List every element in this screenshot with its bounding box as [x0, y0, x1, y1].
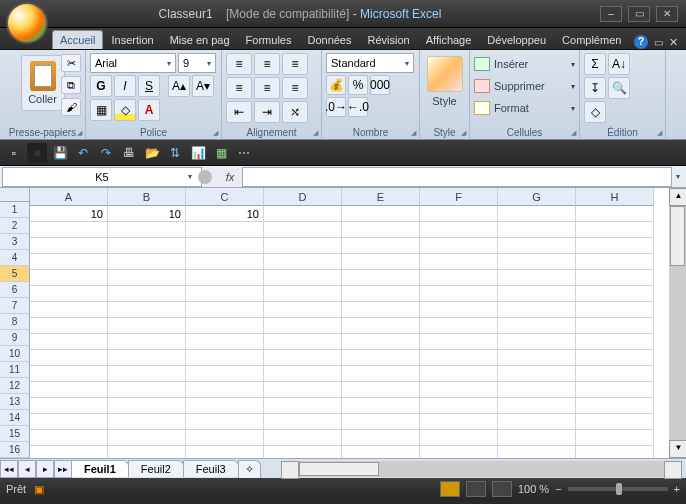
horizontal-scrollbar[interactable]	[281, 461, 682, 477]
cell-H5[interactable]	[576, 270, 654, 286]
cell-E4[interactable]	[342, 254, 420, 270]
cell-C12[interactable]	[186, 382, 264, 398]
minimize-button[interactable]: –	[600, 6, 622, 22]
cell-H6[interactable]	[576, 286, 654, 302]
qat-redo-icon[interactable]: ↷	[96, 143, 116, 163]
cell-F16[interactable]	[420, 446, 498, 458]
macro-record-icon[interactable]: ▣	[34, 483, 44, 496]
cell-C1[interactable]: 10	[186, 206, 264, 222]
formula-expand-icon[interactable]: ▾	[676, 172, 686, 181]
cell-D1[interactable]	[264, 206, 342, 222]
sheet-nav-prev[interactable]: ◂	[18, 460, 36, 478]
cell-B9[interactable]	[108, 334, 186, 350]
wrap-merge-button[interactable]: ⤭	[282, 101, 308, 123]
cell-A10[interactable]	[30, 350, 108, 366]
cell-C3[interactable]	[186, 238, 264, 254]
cell-E6[interactable]	[342, 286, 420, 302]
view-normal-button[interactable]	[440, 481, 460, 497]
cell-H9[interactable]	[576, 334, 654, 350]
col-header-G[interactable]: G	[498, 188, 576, 206]
cell-G6[interactable]	[498, 286, 576, 302]
align-center-button[interactable]: ≡	[254, 77, 280, 99]
qat-chart-icon[interactable]: 📊	[188, 143, 208, 163]
cell-E10[interactable]	[342, 350, 420, 366]
cell-C7[interactable]	[186, 302, 264, 318]
sort-filter-button[interactable]: A↓	[608, 53, 630, 75]
cell-E11[interactable]	[342, 366, 420, 382]
cell-F7[interactable]	[420, 302, 498, 318]
cell-H16[interactable]	[576, 446, 654, 458]
cell-B11[interactable]	[108, 366, 186, 382]
percent-button[interactable]: %	[348, 75, 368, 95]
qat-save-icon[interactable]: 💾	[50, 143, 70, 163]
cell-styles-button[interactable]	[427, 56, 463, 92]
align-right-button[interactable]: ≡	[282, 77, 308, 99]
cell-E1[interactable]	[342, 206, 420, 222]
cell-D7[interactable]	[264, 302, 342, 318]
row-header-13[interactable]: 13	[0, 394, 30, 410]
cell-C6[interactable]	[186, 286, 264, 302]
cell-H13[interactable]	[576, 398, 654, 414]
tab-revision[interactable]: Révision	[360, 30, 418, 49]
cell-D6[interactable]	[264, 286, 342, 302]
increase-decimal-button[interactable]: .0→	[326, 97, 346, 117]
cell-C2[interactable]	[186, 222, 264, 238]
cell-B4[interactable]	[108, 254, 186, 270]
cell-B5[interactable]	[108, 270, 186, 286]
comma-button[interactable]: 000	[370, 75, 390, 95]
tab-insertion[interactable]: Insertion	[103, 30, 161, 49]
cell-B6[interactable]	[108, 286, 186, 302]
font-size-combo[interactable]: 9▾	[178, 53, 216, 73]
tab-developpeur[interactable]: Développeu	[479, 30, 554, 49]
cell-B2[interactable]	[108, 222, 186, 238]
font-color-button[interactable]: A	[138, 99, 160, 121]
col-header-F[interactable]: F	[420, 188, 498, 206]
col-header-B[interactable]: B	[108, 188, 186, 206]
col-header-A[interactable]: A	[30, 188, 108, 206]
cell-D9[interactable]	[264, 334, 342, 350]
tab-complements[interactable]: Complémen	[554, 30, 629, 49]
align-bottom-button[interactable]: ≡	[282, 53, 308, 75]
cell-E14[interactable]	[342, 414, 420, 430]
cell-C10[interactable]	[186, 350, 264, 366]
cell-E5[interactable]	[342, 270, 420, 286]
cell-C8[interactable]	[186, 318, 264, 334]
cell-C15[interactable]	[186, 430, 264, 446]
cell-D3[interactable]	[264, 238, 342, 254]
cell-D15[interactable]	[264, 430, 342, 446]
cell-G5[interactable]	[498, 270, 576, 286]
cell-G10[interactable]	[498, 350, 576, 366]
shrink-font-button[interactable]: A▾	[192, 75, 214, 97]
col-header-H[interactable]: H	[576, 188, 654, 206]
new-sheet-button[interactable]: ✧	[238, 460, 261, 478]
bold-button[interactable]: G	[90, 75, 112, 97]
cell-F11[interactable]	[420, 366, 498, 382]
cell-H1[interactable]	[576, 206, 654, 222]
borders-button[interactable]: ▦	[90, 99, 112, 121]
qat-new2-icon[interactable]: ■	[27, 143, 47, 163]
hscroll-thumb[interactable]	[299, 462, 379, 476]
qat-sort-icon[interactable]: ⇅	[165, 143, 185, 163]
cell-B14[interactable]	[108, 414, 186, 430]
zoom-out-button[interactable]: −	[555, 483, 561, 495]
doc-close-icon[interactable]: ✕	[669, 36, 678, 49]
copy-button[interactable]: ⧉	[61, 76, 81, 94]
tab-accueil[interactable]: Accueil	[52, 30, 103, 49]
number-format-combo[interactable]: Standard▾	[326, 53, 414, 73]
cell-C4[interactable]	[186, 254, 264, 270]
cell-E7[interactable]	[342, 302, 420, 318]
align-left-button[interactable]: ≡	[226, 77, 252, 99]
underline-button[interactable]: S	[138, 75, 160, 97]
cell-G15[interactable]	[498, 430, 576, 446]
cell-D14[interactable]	[264, 414, 342, 430]
row-header-14[interactable]: 14	[0, 410, 30, 426]
cell-A1[interactable]: 10	[30, 206, 108, 222]
ribbon-minimize-icon[interactable]: ▭	[654, 37, 663, 48]
tab-affichage[interactable]: Affichage	[418, 30, 480, 49]
qat-table-icon[interactable]: ▦	[211, 143, 231, 163]
close-button[interactable]: ✕	[656, 6, 678, 22]
align-middle-button[interactable]: ≡	[254, 53, 280, 75]
cell-H15[interactable]	[576, 430, 654, 446]
cell-E15[interactable]	[342, 430, 420, 446]
cell-G14[interactable]	[498, 414, 576, 430]
